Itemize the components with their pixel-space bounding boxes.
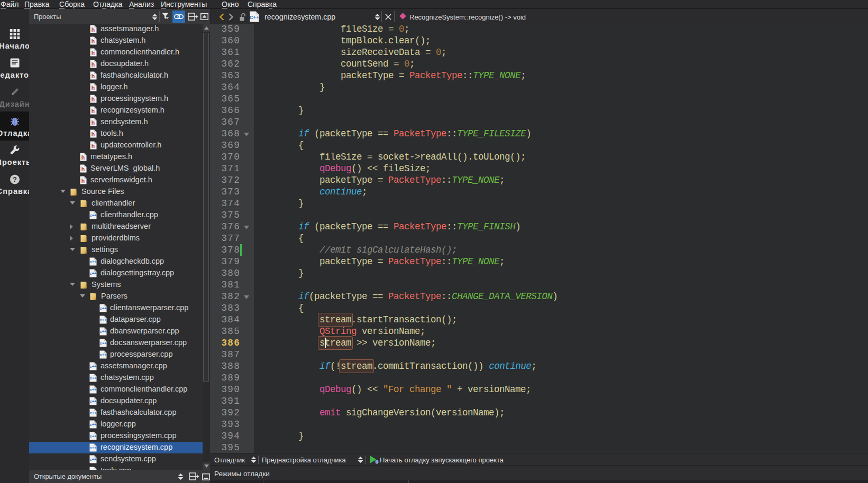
svg-text:c++: c++ — [90, 445, 97, 450]
svg-text:c++: c++ — [90, 364, 97, 369]
svg-text:?: ? — [13, 175, 17, 183]
svg-text:h: h — [92, 61, 95, 68]
svg-text:c++: c++ — [90, 259, 97, 264]
svg-text:c++: c++ — [90, 434, 97, 439]
svg-text:c++: c++ — [90, 422, 97, 427]
svg-text:c++: c++ — [100, 341, 107, 346]
svg-text:c++: c++ — [100, 318, 107, 322]
svg-text:c++: c++ — [100, 306, 107, 311]
svg-text:h: h — [92, 131, 95, 137]
svg-text:h: h — [92, 73, 95, 79]
svg-text:h: h — [92, 96, 95, 103]
svg-text:c++: c++ — [90, 411, 97, 415]
svg-text:h: h — [92, 108, 95, 114]
svg-text:c++: c++ — [100, 329, 107, 334]
svg-text:h: h — [81, 166, 85, 172]
svg-text:h: h — [92, 143, 95, 149]
svg-text:h: h — [92, 38, 95, 44]
svg-text:c++: c++ — [90, 376, 97, 380]
svg-text:C++: C++ — [250, 14, 259, 20]
svg-text:c++: c++ — [90, 457, 97, 462]
svg-text:h: h — [92, 119, 95, 126]
svg-text:c++: c++ — [90, 399, 97, 404]
svg-text:h: h — [81, 178, 85, 184]
svg-text:h: h — [92, 85, 95, 91]
svg-text:c++: c++ — [90, 387, 97, 392]
svg-text:c++: c++ — [90, 271, 97, 276]
svg-text:h: h — [81, 154, 85, 161]
svg-text:h: h — [92, 50, 95, 56]
svg-text:h: h — [92, 26, 95, 33]
svg-text:c++: c++ — [100, 352, 107, 357]
svg-text:c++: c++ — [90, 213, 97, 218]
